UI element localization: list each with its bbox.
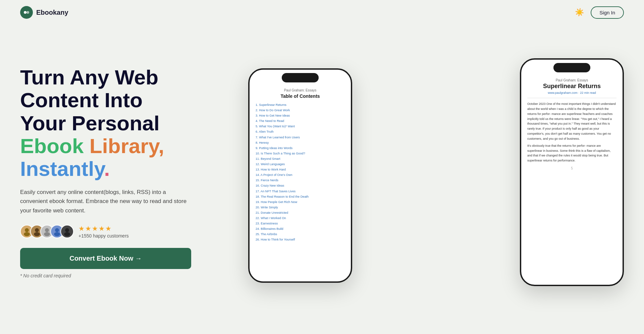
phone-2: Paul Graham: Essays Superlinear Returns … [520, 58, 624, 286]
phone2-page: 5 [527, 166, 616, 170]
toc-item: 12. Weird Languages [256, 161, 345, 167]
svg-point-5 [34, 232, 40, 236]
header: Ebookany ☀️ Sign In [0, 0, 644, 25]
avatar-group [20, 225, 74, 238]
toc-item: 10. Is There Such a Thing as Good? [256, 151, 345, 156]
hero-dot: . [104, 157, 110, 180]
logo-area: Ebookany [20, 6, 68, 19]
toc-item: 15. Fierce Nerds [256, 178, 345, 183]
stars-area: ★★★★★ +1550 happy customers [78, 224, 129, 239]
phone-notch-2 [553, 63, 590, 72]
toc-item: 6. Alien Truth [256, 129, 345, 134]
hero-instantly: Instantly [20, 157, 104, 180]
toc-item: 1. Superlinear Returns [256, 102, 345, 108]
svg-point-0 [24, 11, 26, 14]
toc-item: 11. Beyond Smart [256, 156, 345, 161]
phone-showcase: Paul Graham: Essays Table of Contents 1.… [248, 42, 624, 303]
phone1-subtitle: Paul Graham: Essays [256, 88, 345, 92]
sun-icon[interactable]: ☀️ [575, 8, 584, 17]
phone1-title: Table of Contents [256, 93, 345, 99]
main-content: Turn Any WebContent IntoYour PersonalEbo… [0, 25, 644, 320]
svg-point-6 [45, 228, 49, 232]
header-right: ☀️ Sign In [575, 6, 624, 19]
phone2-divider [527, 98, 616, 98]
phone-2-content: Paul Graham: Essays Superlinear Returns … [521, 60, 623, 285]
svg-point-8 [55, 228, 59, 232]
toc-item: 13. How to Work Hard [256, 167, 345, 172]
toc-item: 21. Donate Unrestricted [256, 210, 345, 215]
svg-point-2 [25, 228, 29, 232]
toc-item: 24. Billionaires Build [256, 226, 345, 231]
cta-button[interactable]: Convert Ebook Now → [20, 248, 191, 269]
stars: ★★★★★ [78, 224, 129, 232]
toc-item: 17. An NFT That Saves Lives [256, 189, 345, 194]
phone-notch-1 [282, 73, 319, 82]
toc-item: 9. Putting Ideas into Words [256, 145, 345, 151]
hero-line1: Turn Any WebContent IntoYour Personal [20, 66, 160, 134]
toc-item: 16. Crazy New Ideas [256, 183, 345, 188]
hero-title: Turn Any WebContent IntoYour PersonalEbo… [20, 66, 228, 180]
toc-list: 1. Superlinear Returns2. How to Do Great… [256, 102, 345, 242]
toc-item: 19. How People Get Rich Now [256, 199, 345, 205]
toc-item: 23. Earnestness [256, 221, 345, 226]
toc-item: 20. Write Simply [256, 205, 345, 210]
toc-item: 22. What I Worked On [256, 215, 345, 221]
hero-library: Library, [84, 134, 164, 157]
toc-item: 14. A Project of One's Own [256, 172, 345, 178]
hero-left: Turn Any WebContent IntoYour PersonalEbo… [20, 66, 228, 278]
toc-item: 5. What You (Want to)* Want [256, 124, 345, 129]
svg-point-11 [64, 232, 70, 236]
phone2-body: October 2023 One of the most important t… [527, 102, 616, 163]
toc-item: 8. Heresy [256, 140, 345, 145]
avatar [60, 225, 74, 238]
hero-ebook: Ebook [20, 134, 84, 157]
toc-item: 26. How to Think for Yourself [256, 237, 345, 242]
svg-point-1 [26, 11, 29, 14]
sign-in-button[interactable]: Sign In [591, 6, 624, 19]
toc-item: 2. How to Do Great Work [256, 108, 345, 113]
phone2-subtitle: Paul Graham: Essays [527, 78, 616, 82]
svg-point-10 [65, 228, 69, 232]
toc-item: 25. The Airbnbs [256, 231, 345, 237]
toc-item: 3. How to Get New Ideas [256, 113, 345, 118]
svg-point-9 [54, 232, 60, 236]
toc-item: 4. The Need to Read [256, 118, 345, 124]
phone-1: Paul Graham: Essays Table of Contents 1.… [248, 68, 352, 283]
toc-item: 18. The Real Reason to End the Death [256, 194, 345, 199]
social-proof: ★★★★★ +1550 happy customers [20, 224, 228, 239]
logo-text: Ebookany [36, 9, 68, 16]
logo-icon [20, 6, 33, 19]
svg-point-4 [35, 228, 39, 232]
svg-point-7 [44, 232, 50, 236]
svg-point-3 [24, 232, 30, 236]
customers-count: +1550 happy customers [78, 233, 129, 239]
phone2-title: Superlinear Returns [527, 83, 616, 90]
toc-item: 7. What I've Learned from Users [256, 135, 345, 140]
phone-1-content: Paul Graham: Essays Table of Contents 1.… [250, 70, 351, 281]
phone2-link: www.paulgraham.com · 22 min read [527, 91, 616, 94]
no-credit-note: * No credit card required [20, 273, 228, 278]
hero-subtitle: Easily convert any online content(blogs,… [20, 188, 188, 215]
